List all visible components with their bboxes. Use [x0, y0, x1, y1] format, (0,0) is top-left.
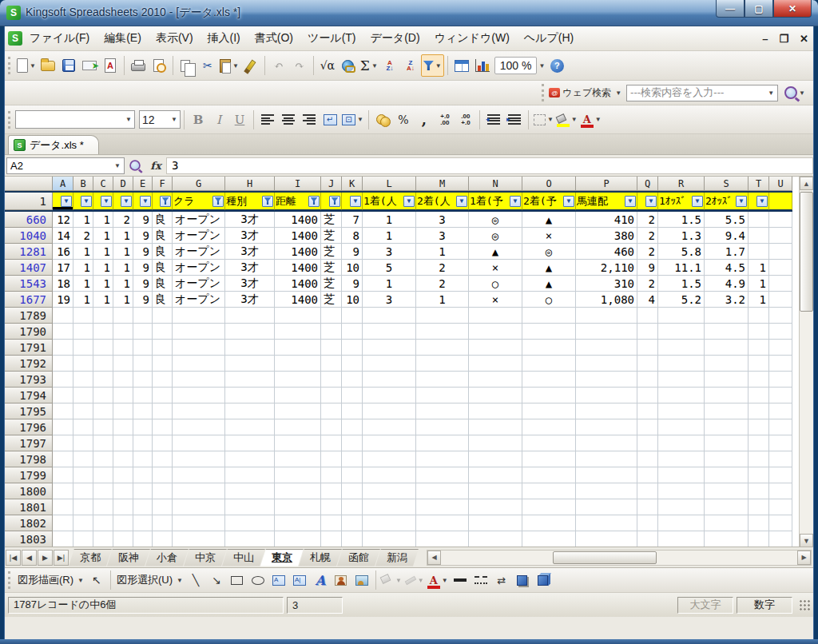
- cell-U1797[interactable]: [769, 435, 792, 451]
- filter-applied-button[interactable]: [212, 196, 224, 207]
- cell-F1543[interactable]: 良: [153, 276, 173, 292]
- cell-D1799[interactable]: [113, 467, 133, 483]
- cell-M1794[interactable]: [416, 388, 469, 403]
- filter-dropdown-button[interactable]: ▼: [101, 196, 112, 207]
- cell-A1793[interactable]: [53, 372, 73, 388]
- cell-G660[interactable]: オープン: [173, 212, 225, 228]
- row-header-1799[interactable]: 1799: [5, 467, 53, 483]
- cell-R1803[interactable]: [658, 531, 705, 547]
- filter-header-cell-O[interactable]: 2着(予▼: [522, 193, 576, 210]
- hyperlink-button[interactable]: [338, 54, 359, 77]
- row-header-1[interactable]: 1: [5, 193, 53, 210]
- row-header-660[interactable]: 660: [5, 212, 53, 228]
- cell-D1795[interactable]: [113, 403, 133, 419]
- cell-P1790[interactable]: [576, 324, 637, 340]
- cell-O1407[interactable]: ▲: [522, 260, 576, 276]
- filter-header-cell-I[interactable]: 距離: [275, 193, 321, 210]
- decrease-decimal-button[interactable]: .00+.0: [455, 109, 476, 131]
- filter-dropdown-button[interactable]: ▼: [692, 196, 703, 207]
- menu-item[interactable]: データ(D): [363, 28, 427, 49]
- cell-J1795[interactable]: [321, 403, 342, 419]
- cell-T1794[interactable]: [749, 388, 769, 403]
- cell-O1799[interactable]: [522, 467, 576, 483]
- cell-N1677[interactable]: ×: [469, 292, 522, 308]
- next-sheet-button[interactable]: ▶: [38, 550, 53, 566]
- cell-N1407[interactable]: ×: [469, 260, 522, 276]
- cell-Q1040[interactable]: 2: [637, 228, 658, 244]
- cell-M1795[interactable]: [416, 403, 469, 419]
- cell-P1040[interactable]: 380: [576, 228, 637, 244]
- cell-R1789[interactable]: [658, 308, 705, 324]
- cell-Q1792[interactable]: [637, 356, 658, 372]
- cell-D1797[interactable]: [113, 435, 133, 451]
- cell-K1281[interactable]: 9: [342, 244, 363, 260]
- cell-L1800[interactable]: [363, 483, 416, 499]
- cell-G1800[interactable]: [173, 483, 225, 499]
- cell-I1803[interactable]: [275, 531, 321, 547]
- column-header-D[interactable]: D: [113, 177, 133, 191]
- cell-E660[interactable]: 9: [133, 212, 153, 228]
- filter-dropdown-button[interactable]: ▼: [350, 196, 361, 207]
- cell-Q1795[interactable]: [637, 403, 658, 419]
- cell-S1801[interactable]: [705, 499, 749, 515]
- cell-C1790[interactable]: [93, 324, 113, 340]
- cell-O1798[interactable]: [522, 451, 576, 467]
- column-header-U[interactable]: U: [769, 177, 792, 191]
- cell-A1040[interactable]: 14: [53, 228, 73, 244]
- cell-A1543[interactable]: 18: [53, 276, 73, 292]
- cell-O1797[interactable]: [522, 435, 576, 451]
- cell-B1543[interactable]: 1: [73, 276, 93, 292]
- cell-U1791[interactable]: [769, 340, 792, 356]
- cell-M1677[interactable]: 1: [416, 292, 469, 308]
- cell-D1796[interactable]: [113, 419, 133, 435]
- cell-G1407[interactable]: オープン: [173, 260, 225, 276]
- cell-K1803[interactable]: [342, 531, 363, 547]
- cell-Q1794[interactable]: [637, 388, 658, 403]
- cell-U1796[interactable]: [769, 419, 792, 435]
- cell-M1797[interactable]: [416, 435, 469, 451]
- filter-dropdown-button[interactable]: ▼: [81, 196, 92, 207]
- cell-U1790[interactable]: [769, 324, 792, 340]
- cell-L1792[interactable]: [363, 356, 416, 372]
- cell-Q1791[interactable]: [637, 340, 658, 356]
- cell-C1793[interactable]: [93, 372, 113, 388]
- cell-B1800[interactable]: [73, 483, 93, 499]
- cell-C1543[interactable]: 1: [93, 276, 113, 292]
- cell-R1794[interactable]: [658, 388, 705, 403]
- cell-D1802[interactable]: [113, 515, 133, 531]
- cell-N1801[interactable]: [469, 499, 522, 515]
- cell-D1040[interactable]: 1: [113, 228, 133, 244]
- align-left-button[interactable]: [257, 109, 278, 131]
- cell-O1281[interactable]: ◎: [522, 244, 576, 260]
- close-button[interactable]: ✕: [773, 0, 812, 18]
- cell-K1798[interactable]: [342, 451, 363, 467]
- row-header-1801[interactable]: 1801: [5, 499, 53, 515]
- cell-O1543[interactable]: ▲: [522, 276, 576, 292]
- cell-G1803[interactable]: [173, 531, 225, 547]
- cell-F1790[interactable]: [153, 324, 173, 340]
- last-sheet-button[interactable]: ▶|: [54, 550, 69, 566]
- cell-U1802[interactable]: [769, 515, 792, 531]
- cell-C1281[interactable]: 1: [93, 244, 113, 260]
- cell-B1797[interactable]: [73, 435, 93, 451]
- cell-P1677[interactable]: 1,080: [576, 292, 637, 308]
- cell-F1796[interactable]: [153, 419, 173, 435]
- insert-function-button[interactable]: √α: [317, 54, 338, 77]
- cell-S1789[interactable]: [705, 308, 749, 324]
- cell-F1800[interactable]: [153, 483, 173, 499]
- cell-I1794[interactable]: [275, 388, 321, 403]
- cell-N1789[interactable]: [469, 308, 522, 324]
- cell-J1800[interactable]: [321, 483, 342, 499]
- cell-L1794[interactable]: [363, 388, 416, 403]
- cell-H1803[interactable]: [225, 531, 275, 547]
- cell-E1796[interactable]: [133, 419, 153, 435]
- cell-H1790[interactable]: [225, 324, 275, 340]
- cell-E1797[interactable]: [133, 435, 153, 451]
- cell-M1790[interactable]: [416, 324, 469, 340]
- menu-item[interactable]: ヘルプ(H): [517, 28, 581, 49]
- row-header-1040[interactable]: 1040: [5, 228, 53, 244]
- cell-M1792[interactable]: [416, 356, 469, 372]
- cell-A1799[interactable]: [53, 467, 73, 483]
- comma-button[interactable]: ,: [414, 109, 435, 131]
- cell-D1800[interactable]: [113, 483, 133, 499]
